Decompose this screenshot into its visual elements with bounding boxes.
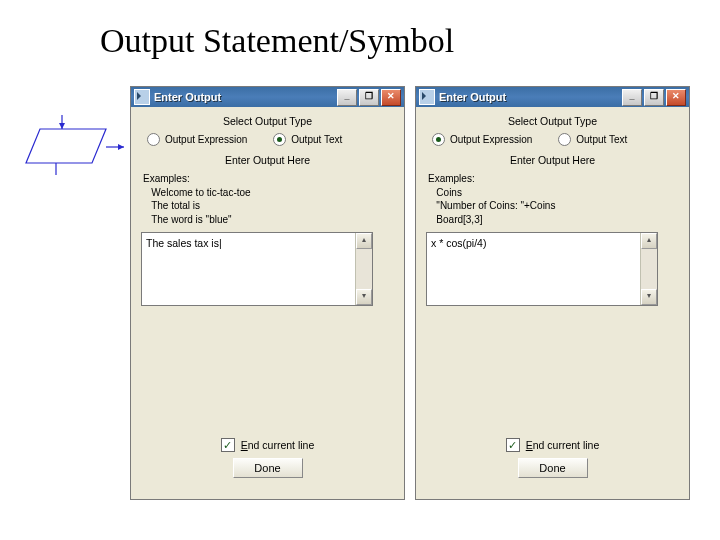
page-title: Output Statement/Symbol xyxy=(100,22,454,60)
enter-output-dialog-text: Enter Output _ ❐ ✕ Select Output Type Ou… xyxy=(130,86,405,500)
svg-marker-1 xyxy=(59,123,65,129)
checkbox-icon: ✓ xyxy=(506,438,520,452)
window-title: Enter Output xyxy=(439,91,622,103)
window-title: Enter Output xyxy=(154,91,337,103)
radio-label: Output Expression xyxy=(165,134,247,145)
scrollbar[interactable]: ▴ ▾ xyxy=(640,233,657,305)
parallelogram-symbol xyxy=(20,115,130,185)
minimize-button[interactable]: _ xyxy=(337,89,357,106)
minimize-button[interactable]: _ xyxy=(622,89,642,106)
maximize-button[interactable]: ❐ xyxy=(359,89,379,106)
titlebar: Enter Output _ ❐ ✕ xyxy=(416,87,689,107)
close-button[interactable]: ✕ xyxy=(666,89,686,106)
radio-icon xyxy=(558,133,571,146)
select-output-type-label: Select Output Type xyxy=(141,115,394,127)
app-icon xyxy=(419,89,435,105)
svg-marker-5 xyxy=(118,144,124,150)
titlebar: Enter Output _ ❐ ✕ xyxy=(131,87,404,107)
enter-output-label: Enter Output Here xyxy=(426,154,679,166)
radio-output-expression[interactable]: Output Expression xyxy=(147,133,247,146)
close-button[interactable]: ✕ xyxy=(381,89,401,106)
done-button[interactable]: Done xyxy=(233,458,303,478)
svg-marker-2 xyxy=(26,129,106,163)
radio-icon xyxy=(147,133,160,146)
examples-block: Examples: Coins "Number of Coins: "+Coin… xyxy=(428,172,679,226)
scrollbar[interactable]: ▴ ▾ xyxy=(355,233,372,305)
select-output-type-label: Select Output Type xyxy=(426,115,679,127)
radio-label: Output Text xyxy=(291,134,342,145)
maximize-button[interactable]: ❐ xyxy=(644,89,664,106)
scroll-up-icon[interactable]: ▴ xyxy=(641,233,657,249)
radio-output-text[interactable]: Output Text xyxy=(273,133,342,146)
scroll-down-icon[interactable]: ▾ xyxy=(356,289,372,305)
enter-output-dialog-expression: Enter Output _ ❐ ✕ Select Output Type Ou… xyxy=(415,86,690,500)
checkbox-label: End current line xyxy=(526,439,600,451)
examples-block: Examples: Welcome to tic-tac-toe The tot… xyxy=(143,172,394,226)
scroll-up-icon[interactable]: ▴ xyxy=(356,233,372,249)
scroll-down-icon[interactable]: ▾ xyxy=(641,289,657,305)
checkbox-label: End current line xyxy=(241,439,315,451)
output-type-radios: Output Expression Output Text xyxy=(141,133,394,146)
done-button[interactable]: Done xyxy=(518,458,588,478)
enter-output-label: Enter Output Here xyxy=(141,154,394,166)
radio-icon xyxy=(273,133,286,146)
textarea-content: The sales tax is| xyxy=(142,233,372,253)
output-textarea[interactable]: x * cos(pi/4) ▴ ▾ xyxy=(426,232,658,306)
radio-icon xyxy=(432,133,445,146)
textarea-content: x * cos(pi/4) xyxy=(427,233,657,253)
radio-label: Output Expression xyxy=(450,134,532,145)
end-current-line-checkbox[interactable]: ✓ End current line xyxy=(426,438,679,452)
radio-output-text[interactable]: Output Text xyxy=(558,133,627,146)
radio-output-expression[interactable]: Output Expression xyxy=(432,133,532,146)
app-icon xyxy=(134,89,150,105)
output-type-radios: Output Expression Output Text xyxy=(426,133,679,146)
end-current-line-checkbox[interactable]: ✓ End current line xyxy=(141,438,394,452)
output-textarea[interactable]: The sales tax is| ▴ ▾ xyxy=(141,232,373,306)
checkbox-icon: ✓ xyxy=(221,438,235,452)
radio-label: Output Text xyxy=(576,134,627,145)
